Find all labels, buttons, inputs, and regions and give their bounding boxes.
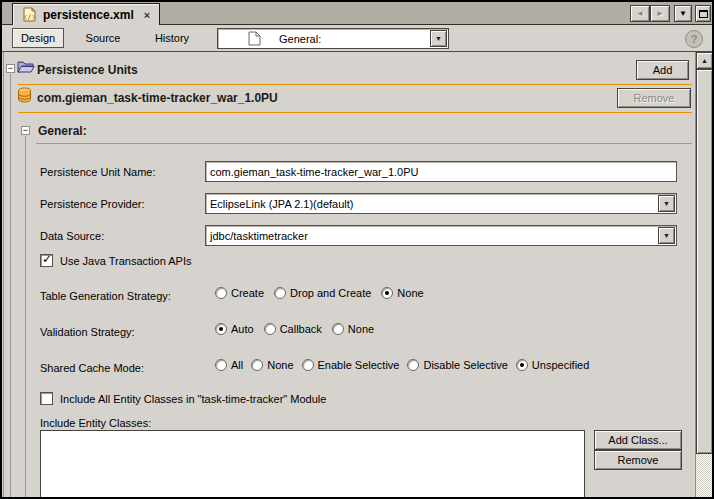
shared-cache-radiogroup: All None Enable Selective Disable Select… <box>215 359 589 371</box>
table-generation-radiogroup: Create Drop and Create None <box>215 287 424 299</box>
tree-guide-line <box>10 74 11 497</box>
table-generation-label: Table Generation Strategy: <box>40 290 171 302</box>
history-view-button[interactable]: History <box>142 28 202 48</box>
radio-icon <box>251 359 263 371</box>
use-jta-label: Use Java Transaction APIs <box>60 255 191 267</box>
section-selector-value: General: <box>279 33 321 45</box>
radio-disable-selective[interactable]: Disable Selective <box>407 359 507 371</box>
entity-classes-listbox[interactable] <box>40 430 585 497</box>
help-icon: ? <box>691 33 698 45</box>
provider-value: EclipseLink (JPA 2.1)(default) <box>210 198 353 210</box>
source-view-button[interactable]: Source <box>74 28 132 48</box>
add-class-button[interactable]: Add Class... <box>594 430 682 450</box>
radio-label: Auto <box>231 323 254 335</box>
radio-label: Drop and Create <box>290 287 371 299</box>
radio-icon <box>302 359 314 371</box>
radio-none[interactable]: None <box>332 323 374 335</box>
maximize-button[interactable] <box>695 5 711 22</box>
section-rule <box>18 84 692 85</box>
persistence-units-title: Persistence Units <box>37 63 138 77</box>
unit-name-label: Persistence Unit Name: <box>40 166 156 178</box>
provider-label: Persistence Provider: <box>40 198 145 210</box>
maximize-icon <box>699 10 708 18</box>
right-arrow-icon: ► <box>656 9 664 18</box>
use-jta-checkbox[interactable]: ✓ <box>40 254 53 267</box>
radio-icon <box>264 323 276 335</box>
chevron-down-icon: ▼ <box>679 9 687 18</box>
tab-nav-buttons: ◄ ► ▼ <box>630 5 711 22</box>
radio-label: None <box>397 287 423 299</box>
section-rule <box>18 112 692 113</box>
design-view-button[interactable]: Design <box>12 28 64 48</box>
radio-label: Create <box>231 287 264 299</box>
unit-name-value: com.gieman_task-time-tracker_war_1.0PU <box>210 166 418 178</box>
editor-toolbar: Design Source History General: ▼ <box>2 26 712 52</box>
left-arrow-icon: ◄ <box>636 9 644 18</box>
editor-window: persistence.xml × ◄ ► ▼ Design Source Hi… <box>0 0 714 499</box>
section-rule <box>36 143 692 144</box>
radio-icon <box>215 359 227 371</box>
radio-enable-selective[interactable]: Enable Selective <box>302 359 400 371</box>
radio-create[interactable]: Create <box>215 287 264 299</box>
minus-icon: − <box>23 127 28 134</box>
radio-label: Unspecified <box>532 359 589 371</box>
remove-class-button[interactable]: Remove <box>594 450 682 470</box>
radio-label: None <box>348 323 374 335</box>
editor-frame: persistence.xml × ◄ ► ▼ Design Source Hi… <box>2 2 712 497</box>
data-source-label: Data Source: <box>40 230 104 242</box>
folder-icon <box>17 59 35 75</box>
radio-icon <box>407 359 419 371</box>
minus-icon: − <box>8 65 13 72</box>
include-entity-classes-label: Include Entity Classes: <box>40 417 151 429</box>
combo-dropdown-icon[interactable]: ▼ <box>658 195 675 212</box>
vertical-scrollbar[interactable]: ▲ <box>695 52 712 497</box>
persistence-unit-name-title: com.gieman_task-time-tracker_war_1.0PU <box>37 91 278 105</box>
include-all-classes-checkbox[interactable] <box>40 392 53 405</box>
combo-dropdown-icon[interactable]: ▼ <box>430 30 447 47</box>
radio-drop-and-create[interactable]: Drop and Create <box>274 287 371 299</box>
radio-none[interactable]: None <box>381 287 423 299</box>
up-arrow-icon: ▲ <box>701 57 708 64</box>
radio-all[interactable]: All <box>215 359 243 371</box>
persistence-unit-icon <box>17 87 32 103</box>
data-source-combobox[interactable]: jdbc/tasktimetracker ▼ <box>205 225 677 246</box>
radio-icon <box>274 287 286 299</box>
add-unit-button[interactable]: Add <box>636 60 689 80</box>
section-selector-combobox[interactable]: General: ▼ <box>217 28 449 49</box>
tree-guide-line <box>25 136 26 497</box>
radio-selected-icon <box>381 287 393 299</box>
collapse-general-toggle[interactable]: − <box>21 126 30 135</box>
scroll-tabs-right-button[interactable]: ► <box>650 5 670 22</box>
combo-dropdown-icon[interactable]: ▼ <box>658 227 675 244</box>
data-source-value: jdbc/tasktimetracker <box>210 230 308 242</box>
check-icon: ✓ <box>42 252 52 266</box>
scrollbar-up-button[interactable]: ▲ <box>696 52 712 69</box>
radio-icon <box>332 323 344 335</box>
document-icon <box>248 31 261 46</box>
radio-label: None <box>267 359 293 371</box>
radio-selected-icon <box>215 323 227 335</box>
scroll-tabs-left-button[interactable]: ◄ <box>630 5 650 22</box>
tab-list-button[interactable]: ▼ <box>674 5 692 22</box>
shared-cache-label: Shared Cache Mode: <box>40 362 144 374</box>
radio-label: All <box>231 359 243 371</box>
tab-persistence-xml[interactable]: persistence.xml × <box>12 3 160 25</box>
scrollbar-thumb[interactable] <box>696 69 712 454</box>
include-all-classes-label: Include All Entity Classes in "task-time… <box>60 393 326 405</box>
general-section-title: General: <box>38 124 87 138</box>
radio-auto[interactable]: Auto <box>215 323 254 335</box>
close-icon[interactable]: × <box>144 9 150 21</box>
radio-selected-icon <box>516 359 528 371</box>
panel-left-edge <box>3 52 4 497</box>
provider-combobox[interactable]: EclipseLink (JPA 2.1)(default) ▼ <box>205 193 677 214</box>
help-button[interactable]: ? <box>685 30 703 48</box>
radio-icon <box>215 287 227 299</box>
validation-radiogroup: Auto Callback None <box>215 323 374 335</box>
remove-unit-button[interactable]: Remove <box>617 88 691 108</box>
radio-callback[interactable]: Callback <box>264 323 322 335</box>
radio-unspecified[interactable]: Unspecified <box>516 359 589 371</box>
collapse-persistence-units-toggle[interactable]: − <box>6 64 15 73</box>
radio-none[interactable]: None <box>251 359 293 371</box>
unit-name-input[interactable]: com.gieman_task-time-tracker_war_1.0PU <box>205 161 677 182</box>
validation-label: Validation Strategy: <box>40 326 135 338</box>
